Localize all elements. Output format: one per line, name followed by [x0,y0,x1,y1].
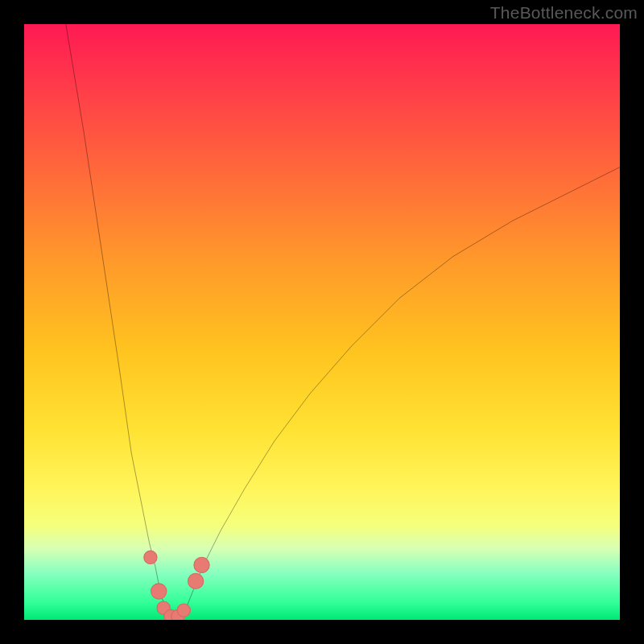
curve-marker [188,573,204,588]
bottleneck-curve [66,24,620,617]
curve-marker [177,604,190,617]
curve-marker [194,557,209,572]
curve-marker [151,584,167,599]
curve-marker [144,551,157,564]
curve-layer [24,24,620,620]
chart-frame: TheBottleneck.com [0,0,644,644]
watermark-text: TheBottleneck.com [490,3,638,23]
curve-markers [144,551,209,620]
plot-area [24,24,620,620]
